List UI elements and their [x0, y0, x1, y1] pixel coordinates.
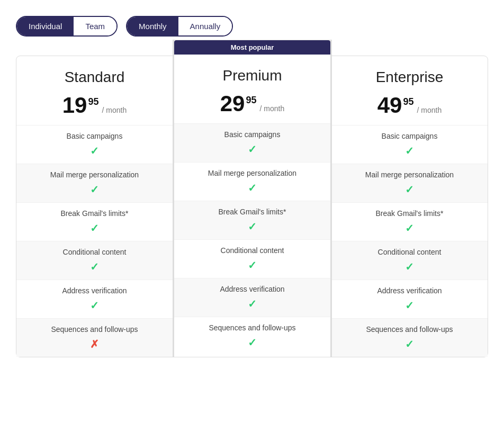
standard-cross-5: ✗	[90, 338, 99, 350]
premium-check-0: ✓	[248, 143, 257, 156]
standard-header: Standard 19 95 / month	[16, 56, 173, 125]
enterprise-price-period: / month	[417, 106, 442, 114]
enterprise-check-4: ✓	[405, 299, 414, 312]
standard-feature-label-4: Address verification	[62, 286, 127, 295]
premium-feature-label-0: Basic campaigns	[224, 130, 281, 139]
standard-feature-label-2: Break Gmail's limits*	[61, 209, 129, 218]
annually-button[interactable]: Annually	[178, 17, 232, 35]
enterprise-feature-5: Sequences and follow-ups ✓	[331, 319, 488, 357]
standard-check-1: ✓	[90, 183, 99, 196]
premium-feature-1: Mail merge personalization ✓	[174, 163, 330, 201]
premium-feature-3: Conditional content ✓	[174, 240, 330, 278]
premium-feature-label-1: Mail merge personalization	[208, 169, 296, 177]
premium-price-main: 29	[220, 93, 245, 115]
standard-price-main: 19	[62, 94, 87, 116]
team-button[interactable]: Team	[74, 17, 116, 35]
premium-feature-label-3: Conditional content	[221, 246, 284, 255]
individual-button[interactable]: Individual	[17, 17, 74, 35]
enterprise-feature-label-0: Basic campaigns	[382, 132, 438, 140]
premium-check-4: ✓	[248, 298, 257, 310]
standard-check-2: ✓	[90, 222, 99, 235]
standard-feature-3: Conditional content ✓	[16, 241, 173, 280]
standard-plan-name: Standard	[27, 69, 162, 86]
standard-price: 19 95 / month	[27, 94, 162, 116]
premium-feature-0: Basic campaigns ✓	[174, 124, 330, 163]
standard-feature-0: Basic campaigns ✓	[16, 125, 173, 164]
type-toggle: Individual Team	[16, 16, 118, 37]
premium-price: 29 95 / month	[185, 93, 320, 115]
enterprise-price-main: 49	[377, 94, 402, 116]
standard-price-period: / month	[102, 106, 127, 114]
enterprise-feature-label-3: Conditional content	[378, 248, 442, 256]
enterprise-feature-label-1: Mail merge personalization	[365, 170, 454, 179]
standard-feature-5: Sequences and follow-ups ✗	[16, 319, 173, 357]
standard-feature-label-3: Conditional content	[63, 248, 127, 256]
standard-check-4: ✓	[90, 299, 99, 312]
premium-feature-label-4: Address verification	[220, 285, 284, 293]
most-popular-badge: Most popular	[174, 40, 330, 55]
premium-plan-name: Premium	[185, 67, 320, 84]
enterprise-header: Enterprise 49 95 / month	[331, 56, 488, 125]
premium-feature-label-2: Break Gmail's limits*	[219, 208, 286, 216]
premium-check-5: ✓	[248, 336, 257, 349]
standard-feature-label-1: Mail merge personalization	[50, 170, 139, 179]
premium-feature-2: Break Gmail's limits* ✓	[174, 201, 330, 240]
toggle-group: Individual Team Monthly Annually	[16, 16, 488, 37]
standard-feature-1: Mail merge personalization ✓	[16, 164, 173, 203]
premium-header: Premium 29 95 / month	[174, 55, 330, 124]
enterprise-feature-label-5: Sequences and follow-ups	[366, 325, 453, 334]
billing-toggle: Monthly Annually	[126, 16, 233, 37]
page-container: Individual Team Monthly Annually Standar…	[16, 11, 488, 357]
enterprise-feature-0: Basic campaigns ✓	[331, 125, 488, 164]
standard-feature-label-5: Sequences and follow-ups	[51, 325, 138, 334]
enterprise-check-0: ✓	[405, 145, 414, 157]
standard-feature-label-0: Basic campaigns	[67, 132, 123, 140]
enterprise-feature-2: Break Gmail's limits* ✓	[331, 203, 488, 241]
enterprise-feature-1: Mail merge personalization ✓	[331, 164, 488, 203]
enterprise-feature-label-4: Address verification	[377, 286, 442, 295]
enterprise-check-1: ✓	[405, 183, 414, 196]
monthly-button[interactable]: Monthly	[127, 17, 178, 35]
premium-plan: Most popular Premium 29 95 / month Basic…	[173, 40, 331, 357]
standard-price-cents: 95	[88, 96, 98, 107]
premium-price-cents: 95	[246, 95, 256, 106]
standard-plan: Standard 19 95 / month Basic campaigns ✓…	[16, 56, 173, 357]
standard-check-0: ✓	[90, 145, 99, 157]
standard-check-3: ✓	[90, 260, 99, 273]
enterprise-price-cents: 95	[403, 96, 413, 107]
enterprise-plan: Enterprise 49 95 / month Basic campaigns…	[331, 56, 488, 357]
premium-feature-4: Address verification ✓	[174, 278, 330, 317]
enterprise-price: 49 95 / month	[342, 94, 477, 116]
premium-check-2: ✓	[248, 220, 257, 233]
enterprise-check-5: ✓	[405, 338, 414, 350]
premium-check-3: ✓	[248, 259, 257, 272]
premium-feature-label-5: Sequences and follow-ups	[209, 323, 295, 332]
standard-feature-4: Address verification ✓	[16, 280, 173, 319]
premium-feature-5: Sequences and follow-ups ✓	[174, 317, 330, 355]
enterprise-plan-name: Enterprise	[342, 69, 477, 86]
premium-price-period: / month	[260, 104, 285, 113]
pricing-table: Standard 19 95 / month Basic campaigns ✓…	[16, 56, 488, 357]
enterprise-check-3: ✓	[405, 260, 414, 273]
enterprise-feature-4: Address verification ✓	[331, 280, 488, 319]
standard-feature-2: Break Gmail's limits* ✓	[16, 203, 173, 241]
premium-check-1: ✓	[248, 182, 257, 194]
enterprise-check-2: ✓	[405, 222, 414, 235]
enterprise-feature-label-2: Break Gmail's limits*	[376, 209, 444, 218]
enterprise-feature-3: Conditional content ✓	[331, 241, 488, 280]
